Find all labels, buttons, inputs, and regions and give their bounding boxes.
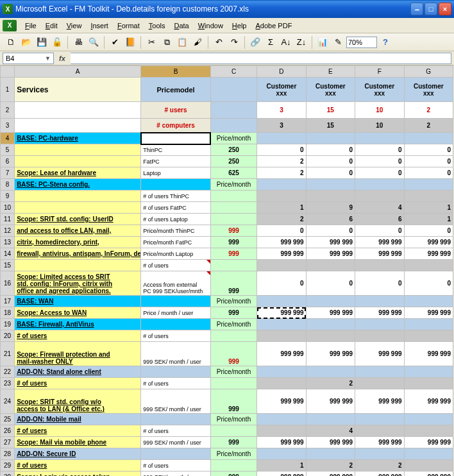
cell-C13[interactable]: 999 (210, 237, 256, 248)
cell-E21[interactable]: 999 999 (306, 342, 355, 366)
cell-E2[interactable]: 15 (306, 102, 355, 119)
permission-icon[interactable]: 🔓 (50, 35, 64, 49)
cell-F30[interactable]: 999 999 (355, 472, 404, 477)
cell-C25[interactable]: Price/month (210, 414, 256, 425)
copy-icon[interactable]: ⧉ (160, 35, 174, 49)
cell-D27[interactable]: 999 999 (257, 437, 306, 448)
cell-A12[interactable]: and access to office LAN, mail, (15, 225, 141, 237)
cell-G1[interactable]: Customer xxx (404, 78, 453, 102)
cell-D17[interactable] (257, 296, 306, 307)
row-header-2[interactable]: 2 (1, 102, 15, 119)
col-header-F[interactable]: F (355, 66, 404, 78)
open-icon[interactable]: 📂 (19, 35, 33, 49)
cell-C2[interactable] (210, 102, 256, 119)
cell-G29[interactable] (404, 460, 453, 472)
cell-B22[interactable] (141, 366, 211, 378)
menu-tools[interactable]: Tools (144, 21, 170, 31)
cell-C17[interactable]: Price/month (210, 296, 256, 307)
cell-C4[interactable]: Price/month (210, 133, 256, 144)
cell-E28[interactable] (306, 448, 355, 460)
cell-G18[interactable]: 999 999 (404, 307, 453, 319)
cell-D21[interactable]: 999 999 (257, 342, 306, 366)
cell-E13[interactable]: 999 999 (306, 237, 355, 248)
cell-F22[interactable] (355, 366, 404, 378)
cell-D4[interactable] (257, 133, 306, 144)
menu-file[interactable]: File (21, 21, 41, 31)
cell-D5[interactable]: 0 (257, 144, 306, 156)
col-header-E[interactable]: E (306, 66, 355, 78)
cell-C5[interactable]: 250 (210, 144, 256, 156)
row-header-1[interactable]: 1 (1, 78, 15, 102)
cell-G23[interactable] (404, 378, 453, 389)
cell-A10[interactable] (15, 202, 141, 214)
cell-E6[interactable]: 0 (306, 156, 355, 167)
cell-C16[interactable]: 999 (210, 271, 256, 296)
cell-E14[interactable]: 999 999 (306, 248, 355, 260)
row-header-13[interactable]: 13 (1, 237, 15, 248)
cell-G22[interactable] (404, 366, 453, 378)
cell-F27[interactable]: 999 999 (355, 437, 404, 448)
row-header-3[interactable]: 3 (1, 119, 15, 133)
cell-D24[interactable]: 999 999 (257, 389, 306, 414)
cell-G15[interactable] (404, 260, 453, 271)
cell-F1[interactable]: Customer xxx (355, 78, 404, 102)
cell-A2[interactable] (15, 102, 141, 119)
cell-F16[interactable]: 0 (355, 271, 404, 296)
cell-G24[interactable]: 999 999 (404, 389, 453, 414)
cell-G25[interactable] (404, 414, 453, 425)
cell-F25[interactable] (355, 414, 404, 425)
cell-F2[interactable]: 10 (355, 102, 404, 119)
cell-B20[interactable]: # of users (141, 330, 211, 342)
cell-D30[interactable]: 999 999 (257, 472, 306, 477)
formula-input[interactable] (71, 53, 451, 64)
cell-G20[interactable] (404, 330, 453, 342)
print-preview-icon[interactable]: 🔍 (87, 35, 101, 49)
cell-C14[interactable]: 999 (210, 248, 256, 260)
row-header-9[interactable]: 9 (1, 191, 15, 202)
undo-icon[interactable]: ↶ (212, 35, 226, 49)
cell-B24[interactable]: 999 SEK/ month / user (141, 389, 211, 414)
cell-E22[interactable] (306, 366, 355, 378)
cell-A25[interactable]: ADD-ON: Mobile mail (15, 414, 141, 425)
cell-F23[interactable] (355, 378, 404, 389)
redo-icon[interactable]: ↷ (227, 35, 241, 49)
cell-E10[interactable]: 9 (306, 202, 355, 214)
cell-D18[interactable]: 999 999 (257, 307, 306, 319)
cell-G12[interactable]: 0 (404, 225, 453, 237)
cell-C29[interactable] (210, 460, 256, 472)
cell-A30[interactable]: Scope: Login via access token (15, 472, 141, 477)
menu-insert[interactable]: Insert (86, 21, 113, 31)
name-box[interactable]: B4 ▼ (3, 53, 54, 64)
cell-D20[interactable] (257, 330, 306, 342)
sort-asc-icon[interactable]: A↓ (279, 35, 293, 49)
cell-G13[interactable]: 999 999 (404, 237, 453, 248)
research-icon[interactable]: 📙 (123, 35, 137, 49)
cell-F14[interactable]: 999 999 (355, 248, 404, 260)
chart-icon[interactable]: 📊 (315, 35, 330, 49)
cell-E9[interactable] (306, 191, 355, 202)
cell-F17[interactable] (355, 296, 404, 307)
row-header-4[interactable]: 4 (1, 133, 15, 144)
cell-G21[interactable]: 999 999 (404, 342, 453, 366)
cell-E16[interactable]: 0 (306, 271, 355, 296)
cell-A26[interactable]: # of users (15, 425, 141, 437)
cell-A11[interactable]: Scope: SRIT std. config: UserID (15, 214, 141, 225)
menu-adobe-pdf[interactable]: Adobe PDF (251, 21, 296, 31)
cell-E20[interactable] (306, 330, 355, 342)
cell-C28[interactable]: Price/month (210, 448, 256, 460)
zoom-combo[interactable] (346, 37, 377, 48)
cell-A1[interactable]: Services (15, 78, 141, 102)
print-icon[interactable]: 🖶 (71, 35, 85, 49)
autosum-icon[interactable]: Σ (264, 35, 278, 49)
cell-A3[interactable] (15, 119, 141, 133)
cell-E26[interactable]: 4 (306, 425, 355, 437)
cell-C3[interactable] (210, 119, 256, 133)
cell-F5[interactable]: 0 (355, 144, 404, 156)
cell-B27[interactable]: 999 SEK/ month / user (141, 437, 211, 448)
cell-C7[interactable]: 625 (210, 167, 256, 179)
cell-C12[interactable]: 999 (210, 225, 256, 237)
cell-D2[interactable]: 3 (257, 102, 306, 119)
cell-C18[interactable]: 999 (210, 307, 256, 319)
cell-B23[interactable]: # of users (141, 378, 211, 389)
cell-A18[interactable]: Scope: Access to WAN (15, 307, 141, 319)
